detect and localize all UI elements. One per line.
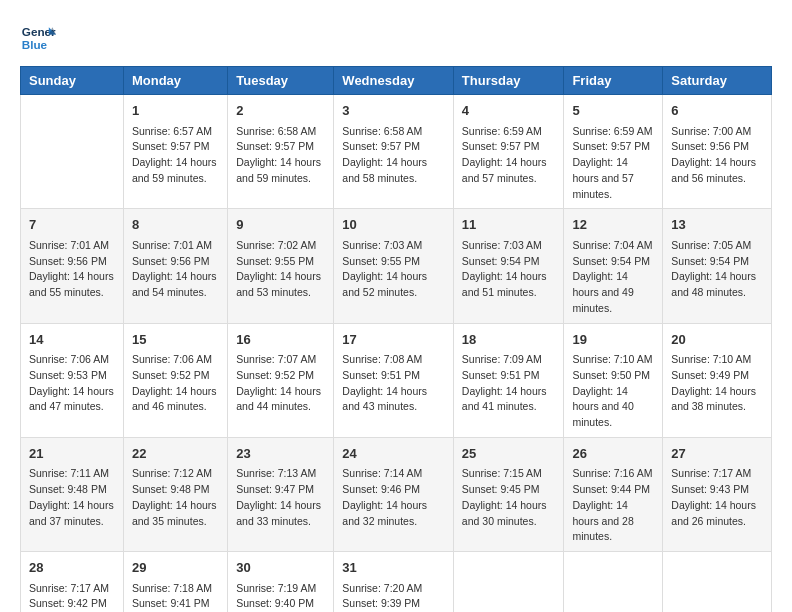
- week-row-4: 21Sunrise: 7:11 AM Sunset: 9:48 PM Dayli…: [21, 437, 772, 551]
- calendar-cell: 6Sunrise: 7:00 AM Sunset: 9:56 PM Daylig…: [663, 95, 772, 209]
- day-info: Sunrise: 7:05 AM Sunset: 9:54 PM Dayligh…: [671, 238, 763, 301]
- day-number: 2: [236, 101, 325, 121]
- day-info: Sunrise: 7:13 AM Sunset: 9:47 PM Dayligh…: [236, 466, 325, 529]
- weekday-header-thursday: Thursday: [453, 67, 564, 95]
- day-number: 7: [29, 215, 115, 235]
- calendar-cell: 20Sunrise: 7:10 AM Sunset: 9:49 PM Dayli…: [663, 323, 772, 437]
- day-info: Sunrise: 6:58 AM Sunset: 9:57 PM Dayligh…: [236, 124, 325, 187]
- day-info: Sunrise: 7:03 AM Sunset: 9:54 PM Dayligh…: [462, 238, 556, 301]
- calendar-cell: 3Sunrise: 6:58 AM Sunset: 9:57 PM Daylig…: [334, 95, 454, 209]
- calendar-cell: 30Sunrise: 7:19 AM Sunset: 9:40 PM Dayli…: [228, 552, 334, 613]
- day-number: 9: [236, 215, 325, 235]
- day-number: 8: [132, 215, 219, 235]
- calendar-cell: 21Sunrise: 7:11 AM Sunset: 9:48 PM Dayli…: [21, 437, 124, 551]
- logo-icon: General Blue: [20, 20, 56, 56]
- day-number: 26: [572, 444, 654, 464]
- calendar-cell: 2Sunrise: 6:58 AM Sunset: 9:57 PM Daylig…: [228, 95, 334, 209]
- day-info: Sunrise: 7:17 AM Sunset: 9:42 PM Dayligh…: [29, 581, 115, 613]
- day-info: Sunrise: 7:20 AM Sunset: 9:39 PM Dayligh…: [342, 581, 445, 613]
- day-number: 3: [342, 101, 445, 121]
- day-info: Sunrise: 7:14 AM Sunset: 9:46 PM Dayligh…: [342, 466, 445, 529]
- calendar-cell: 14Sunrise: 7:06 AM Sunset: 9:53 PM Dayli…: [21, 323, 124, 437]
- day-number: 31: [342, 558, 445, 578]
- calendar-cell: 22Sunrise: 7:12 AM Sunset: 9:48 PM Dayli…: [123, 437, 227, 551]
- calendar-cell: 25Sunrise: 7:15 AM Sunset: 9:45 PM Dayli…: [453, 437, 564, 551]
- calendar-cell: 28Sunrise: 7:17 AM Sunset: 9:42 PM Dayli…: [21, 552, 124, 613]
- calendar-cell: [564, 552, 663, 613]
- calendar-cell: 23Sunrise: 7:13 AM Sunset: 9:47 PM Dayli…: [228, 437, 334, 551]
- day-info: Sunrise: 7:16 AM Sunset: 9:44 PM Dayligh…: [572, 466, 654, 545]
- calendar-cell: [21, 95, 124, 209]
- day-number: 14: [29, 330, 115, 350]
- calendar-cell: 24Sunrise: 7:14 AM Sunset: 9:46 PM Dayli…: [334, 437, 454, 551]
- day-info: Sunrise: 7:04 AM Sunset: 9:54 PM Dayligh…: [572, 238, 654, 317]
- day-info: Sunrise: 7:01 AM Sunset: 9:56 PM Dayligh…: [29, 238, 115, 301]
- day-number: 17: [342, 330, 445, 350]
- calendar-cell: 4Sunrise: 6:59 AM Sunset: 9:57 PM Daylig…: [453, 95, 564, 209]
- day-info: Sunrise: 7:06 AM Sunset: 9:52 PM Dayligh…: [132, 352, 219, 415]
- day-number: 24: [342, 444, 445, 464]
- calendar-cell: [663, 552, 772, 613]
- calendar-cell: 9Sunrise: 7:02 AM Sunset: 9:55 PM Daylig…: [228, 209, 334, 323]
- calendar-cell: 13Sunrise: 7:05 AM Sunset: 9:54 PM Dayli…: [663, 209, 772, 323]
- header: General Blue: [20, 20, 772, 56]
- calendar-cell: 31Sunrise: 7:20 AM Sunset: 9:39 PM Dayli…: [334, 552, 454, 613]
- day-info: Sunrise: 7:19 AM Sunset: 9:40 PM Dayligh…: [236, 581, 325, 613]
- calendar-cell: 17Sunrise: 7:08 AM Sunset: 9:51 PM Dayli…: [334, 323, 454, 437]
- calendar-cell: 5Sunrise: 6:59 AM Sunset: 9:57 PM Daylig…: [564, 95, 663, 209]
- day-info: Sunrise: 7:12 AM Sunset: 9:48 PM Dayligh…: [132, 466, 219, 529]
- calendar-cell: 27Sunrise: 7:17 AM Sunset: 9:43 PM Dayli…: [663, 437, 772, 551]
- week-row-1: 1Sunrise: 6:57 AM Sunset: 9:57 PM Daylig…: [21, 95, 772, 209]
- logo: General Blue: [20, 20, 56, 56]
- calendar-cell: 19Sunrise: 7:10 AM Sunset: 9:50 PM Dayli…: [564, 323, 663, 437]
- day-number: 25: [462, 444, 556, 464]
- day-number: 15: [132, 330, 219, 350]
- day-info: Sunrise: 6:59 AM Sunset: 9:57 PM Dayligh…: [462, 124, 556, 187]
- day-number: 27: [671, 444, 763, 464]
- day-number: 19: [572, 330, 654, 350]
- week-row-5: 28Sunrise: 7:17 AM Sunset: 9:42 PM Dayli…: [21, 552, 772, 613]
- weekday-header-monday: Monday: [123, 67, 227, 95]
- day-number: 20: [671, 330, 763, 350]
- day-number: 30: [236, 558, 325, 578]
- day-number: 12: [572, 215, 654, 235]
- day-info: Sunrise: 6:58 AM Sunset: 9:57 PM Dayligh…: [342, 124, 445, 187]
- day-info: Sunrise: 7:07 AM Sunset: 9:52 PM Dayligh…: [236, 352, 325, 415]
- day-info: Sunrise: 7:11 AM Sunset: 9:48 PM Dayligh…: [29, 466, 115, 529]
- day-number: 28: [29, 558, 115, 578]
- day-number: 13: [671, 215, 763, 235]
- day-info: Sunrise: 7:15 AM Sunset: 9:45 PM Dayligh…: [462, 466, 556, 529]
- calendar-table: SundayMondayTuesdayWednesdayThursdayFrid…: [20, 66, 772, 612]
- day-number: 16: [236, 330, 325, 350]
- day-info: Sunrise: 7:02 AM Sunset: 9:55 PM Dayligh…: [236, 238, 325, 301]
- weekday-header-friday: Friday: [564, 67, 663, 95]
- day-info: Sunrise: 7:00 AM Sunset: 9:56 PM Dayligh…: [671, 124, 763, 187]
- day-number: 23: [236, 444, 325, 464]
- day-info: Sunrise: 7:08 AM Sunset: 9:51 PM Dayligh…: [342, 352, 445, 415]
- weekday-header-wednesday: Wednesday: [334, 67, 454, 95]
- day-number: 10: [342, 215, 445, 235]
- day-info: Sunrise: 7:09 AM Sunset: 9:51 PM Dayligh…: [462, 352, 556, 415]
- weekday-header-sunday: Sunday: [21, 67, 124, 95]
- day-number: 11: [462, 215, 556, 235]
- day-number: 22: [132, 444, 219, 464]
- day-info: Sunrise: 7:06 AM Sunset: 9:53 PM Dayligh…: [29, 352, 115, 415]
- day-info: Sunrise: 6:59 AM Sunset: 9:57 PM Dayligh…: [572, 124, 654, 203]
- svg-text:Blue: Blue: [22, 38, 48, 51]
- calendar-cell: 11Sunrise: 7:03 AM Sunset: 9:54 PM Dayli…: [453, 209, 564, 323]
- day-number: 6: [671, 101, 763, 121]
- day-info: Sunrise: 7:18 AM Sunset: 9:41 PM Dayligh…: [132, 581, 219, 613]
- day-number: 1: [132, 101, 219, 121]
- calendar-cell: [453, 552, 564, 613]
- calendar-cell: 12Sunrise: 7:04 AM Sunset: 9:54 PM Dayli…: [564, 209, 663, 323]
- day-info: Sunrise: 7:17 AM Sunset: 9:43 PM Dayligh…: [671, 466, 763, 529]
- calendar-cell: 1Sunrise: 6:57 AM Sunset: 9:57 PM Daylig…: [123, 95, 227, 209]
- calendar-cell: 16Sunrise: 7:07 AM Sunset: 9:52 PM Dayli…: [228, 323, 334, 437]
- day-info: Sunrise: 7:01 AM Sunset: 9:56 PM Dayligh…: [132, 238, 219, 301]
- day-info: Sunrise: 7:10 AM Sunset: 9:50 PM Dayligh…: [572, 352, 654, 431]
- weekday-header-saturday: Saturday: [663, 67, 772, 95]
- day-number: 4: [462, 101, 556, 121]
- calendar-cell: 18Sunrise: 7:09 AM Sunset: 9:51 PM Dayli…: [453, 323, 564, 437]
- calendar-cell: 8Sunrise: 7:01 AM Sunset: 9:56 PM Daylig…: [123, 209, 227, 323]
- day-number: 5: [572, 101, 654, 121]
